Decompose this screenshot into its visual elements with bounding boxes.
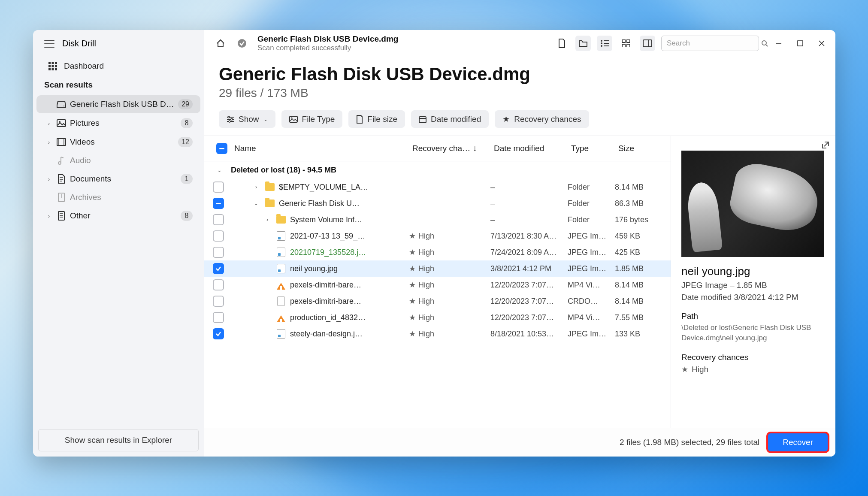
sidebar-item-label: Other xyxy=(70,211,177,221)
filter-filetype-button[interactable]: File Type xyxy=(281,110,343,128)
other-icon xyxy=(56,211,67,221)
row-checkbox[interactable] xyxy=(213,263,224,274)
date-value: 3/8/2021 4:12 PM xyxy=(490,264,568,273)
show-in-explorer-button[interactable]: Show scan results in Explorer xyxy=(38,429,199,451)
date-value: 7/13/2021 8:30 A… xyxy=(490,232,568,241)
chevron-icon[interactable]: › xyxy=(263,217,272,223)
list-view-icon[interactable] xyxy=(597,36,612,51)
page-subtitle: 29 files / 173 MB xyxy=(219,86,821,100)
group-header[interactable]: ⌄ Deleted or lost (18) - 94.5 MB xyxy=(204,161,671,179)
file-name: steely-dan-design.j… xyxy=(290,330,363,339)
table-row[interactable]: › System Volume Inf… – Folder 176 bytes xyxy=(204,212,671,228)
chevron-icon[interactable]: › xyxy=(251,184,261,190)
file-table: Name Recovery cha…↓ Date modified Type S… xyxy=(204,136,671,428)
folder-icon xyxy=(276,215,286,224)
size-value: 8.14 MB xyxy=(615,281,662,290)
row-checkbox[interactable] xyxy=(213,328,224,339)
sidebar-item-archives[interactable]: Archives xyxy=(36,189,200,206)
col-header-date[interactable]: Date modified xyxy=(490,141,568,156)
col-header-type[interactable]: Type xyxy=(568,141,615,156)
sidebar-item-documents[interactable]: › Documents 1 xyxy=(36,170,200,188)
table-row[interactable]: 2021-07-13 13_59_… ★High 7/13/2021 8:30 … xyxy=(204,228,671,244)
chevron-right-icon[interactable]: › xyxy=(45,176,53,182)
chevron-right-icon[interactable]: › xyxy=(45,139,53,145)
sidebar-item-audio[interactable]: Audio xyxy=(36,152,200,169)
video-icon xyxy=(276,280,286,290)
select-all-checkbox[interactable] xyxy=(216,143,227,154)
col-header-name[interactable]: Name xyxy=(231,141,409,156)
row-checkbox[interactable] xyxy=(213,198,224,209)
table-row[interactable]: 20210719_135528.j… ★High 7/24/2021 8:09 … xyxy=(204,244,671,260)
sidebar-item-dashboard[interactable]: Dashboard xyxy=(33,57,204,75)
table-row[interactable]: neil young.jpg ★High 3/8/2021 4:12 PM JP… xyxy=(204,260,671,277)
chevron-right-icon[interactable]: › xyxy=(45,213,53,219)
sidebar-item-pictures[interactable]: › Pictures 8 xyxy=(36,114,200,132)
folder-view-icon[interactable] xyxy=(575,36,591,51)
preview-recovery-label: Recovery chances xyxy=(681,353,825,362)
type-value: JPEG Im… xyxy=(568,330,615,339)
row-checkbox[interactable] xyxy=(213,181,224,193)
date-value: 12/20/2023 7:07… xyxy=(490,281,568,290)
filter-filesize-button[interactable]: File size xyxy=(348,110,405,128)
type-value: JPEG Im… xyxy=(568,264,615,273)
filter-show-button[interactable]: Show ⌄ xyxy=(219,110,275,128)
svg-rect-2 xyxy=(55,62,57,64)
search-field[interactable] xyxy=(667,39,758,48)
panel-view-icon[interactable] xyxy=(640,36,655,51)
count-badge: 8 xyxy=(181,118,193,128)
row-checkbox[interactable] xyxy=(213,296,224,307)
table-row[interactable]: steely-dan-design.j… ★High 8/18/2021 10:… xyxy=(204,326,671,342)
table-row[interactable]: pexels-dimitri-bare… ★High 12/20/2023 7:… xyxy=(204,293,671,309)
preview-panel: neil young.jpg JPEG Image – 1.85 MB Date… xyxy=(671,136,835,428)
sidebar-item-other[interactable]: › Other 8 xyxy=(36,207,200,225)
sidebar-item-label: Dashboard xyxy=(64,61,104,71)
app-title: Disk Drill xyxy=(62,39,96,48)
file-view-icon[interactable] xyxy=(554,36,569,51)
col-header-recovery[interactable]: Recovery cha…↓ xyxy=(409,141,490,156)
row-checkbox[interactable] xyxy=(213,279,224,290)
hamburger-icon[interactable] xyxy=(44,40,54,48)
row-checkbox[interactable] xyxy=(213,312,224,323)
minimize-button[interactable] xyxy=(774,38,784,48)
row-checkbox[interactable] xyxy=(213,247,224,258)
recover-button[interactable]: Recover xyxy=(768,433,828,451)
svg-rect-3 xyxy=(48,65,51,67)
video-icon xyxy=(276,313,286,322)
table-row[interactable]: production_id_4832… ★High 12/20/2023 7:0… xyxy=(204,309,671,326)
home-icon[interactable] xyxy=(213,36,228,51)
maximize-button[interactable] xyxy=(795,38,805,48)
chevron-icon[interactable]: ⌄ xyxy=(251,200,261,206)
date-value: – xyxy=(490,199,568,208)
date-value: – xyxy=(490,183,568,192)
preview-image xyxy=(681,151,824,257)
count-badge: 8 xyxy=(181,211,193,221)
close-button[interactable] xyxy=(817,38,827,48)
folder-icon xyxy=(265,199,275,208)
type-value: CRDO… xyxy=(568,297,615,306)
row-checkbox[interactable] xyxy=(213,214,224,225)
type-value: Folder xyxy=(568,215,615,224)
table-row[interactable]: pexels-dimitri-bare… ★High 12/20/2023 7:… xyxy=(204,277,671,293)
star-icon: ★ xyxy=(409,264,416,273)
date-value: – xyxy=(490,215,568,224)
col-header-size[interactable]: Size xyxy=(615,141,662,156)
file-name: Generic Flash Disk U… xyxy=(279,199,360,208)
date-value: 8/18/2021 10:53… xyxy=(490,330,568,339)
grid-view-icon[interactable] xyxy=(618,36,634,51)
table-body[interactable]: ⌄ Deleted or lost (18) - 94.5 MB › $EMPT… xyxy=(204,161,671,428)
size-value: 1.85 MB xyxy=(615,264,662,273)
svg-rect-25 xyxy=(627,44,630,47)
chevron-right-icon[interactable]: › xyxy=(45,120,53,127)
sidebar-item-videos[interactable]: › Videos 12 xyxy=(36,133,200,151)
img-icon xyxy=(276,264,286,273)
chevron-down-icon[interactable]: ⌄ xyxy=(213,167,226,173)
sidebar-item-device[interactable]: Generic Flash Disk USB D… 29 xyxy=(36,95,200,113)
open-external-icon[interactable] xyxy=(822,141,829,149)
row-checkbox[interactable] xyxy=(213,230,224,242)
filter-recovery-button[interactable]: ★ Recovery chances xyxy=(495,110,589,128)
search-input[interactable] xyxy=(661,36,759,51)
svg-rect-8 xyxy=(55,68,57,70)
filter-date-button[interactable]: Date modified xyxy=(411,110,489,128)
table-row[interactable]: › $EMPTY_VOLUME_LA… – Folder 8.14 MB xyxy=(204,179,671,195)
table-row[interactable]: ⌄ Generic Flash Disk U… – Folder 86.3 MB xyxy=(204,195,671,212)
